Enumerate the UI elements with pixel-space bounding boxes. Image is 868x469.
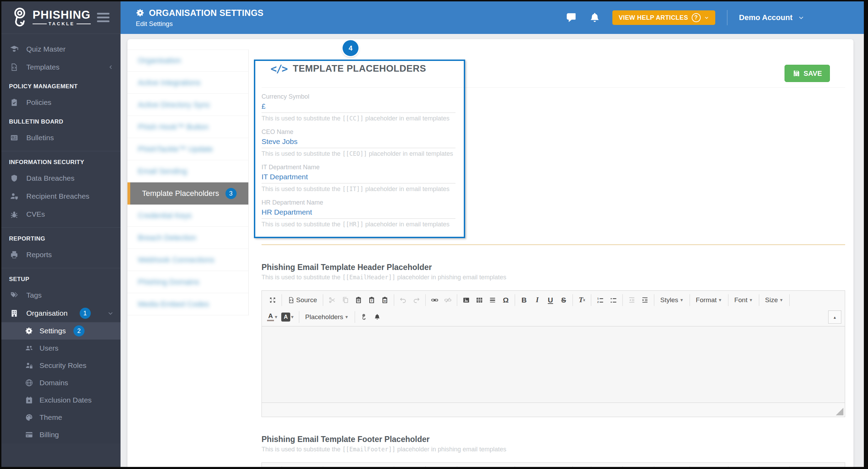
redo-icon[interactable] [410,294,423,306]
paste-as-text-icon[interactable]: T [365,294,378,306]
chat-icon[interactable] [565,12,577,24]
field-value[interactable]: IT Department [262,172,455,183]
field-value[interactable]: £ [262,101,455,113]
sidebar-item-recipient-breaches[interactable]: Recipient Breaches [1,187,121,205]
font-dropdown[interactable]: Font▼ [731,294,756,306]
account-menu[interactable]: Demo Account [739,13,804,22]
bell-icon[interactable] [589,12,601,24]
sidebar-item-billing[interactable]: Billing [1,426,121,443]
settings-nav-item[interactable]: Phish Hook™ Button [127,116,248,138]
table-icon[interactable] [473,294,486,306]
italic-icon[interactable]: I [531,294,543,306]
increase-indent-icon[interactable] [639,294,651,306]
view-help-articles-button[interactable]: VIEW HELP ARTICLES ? [612,10,715,25]
placeholders-dropdown[interactable]: Placeholders▼ [302,311,352,323]
image-icon[interactable] [460,294,472,306]
italic-icon[interactable]: I [531,466,543,467]
settings-nav-item[interactable]: Active Directory Sync [127,94,248,116]
resize-handle-icon[interactable] [836,408,843,415]
remove-format-icon[interactable]: Tx [576,466,588,467]
special-character-icon[interactable]: Ω [499,466,512,467]
link-icon[interactable] [428,294,441,306]
bold-icon[interactable]: B [518,466,530,467]
remove-format-icon[interactable]: Tx [576,294,588,306]
decrease-indent-icon[interactable] [626,294,638,306]
sidebar-item-settings[interactable]: Settings 2 [1,322,121,340]
sidebar-item-cves[interactable]: CVEs [1,205,121,223]
settings-nav-item[interactable]: PhishTackle™ Update [127,138,248,160]
settings-nav-item[interactable]: Breach Detection [127,227,248,249]
save-button[interactable]: SAVE [785,65,830,82]
sidebar-item-tags[interactable]: Tags [1,286,121,304]
sidebar-item-theme[interactable]: Theme [1,409,121,426]
paste-as-text-icon[interactable]: T [365,466,378,467]
horizontal-rule-icon[interactable] [486,294,499,306]
copy-icon[interactable] [339,294,352,306]
bold-icon[interactable]: B [518,294,530,306]
app-logo[interactable]: PHISHING TACKLE [10,7,91,28]
field-value[interactable]: Steve Jobs [262,136,455,148]
sidebar-item-data-breaches[interactable]: Data Breaches [1,169,121,187]
field-value[interactable]: HR Department [262,207,455,219]
increase-indent-icon[interactable] [639,466,651,467]
styles-dropdown[interactable]: Styles▼ [657,466,687,467]
settings-nav-item[interactable]: Credential Keys [127,205,248,227]
unlink-icon[interactable] [442,466,454,467]
sidebar-item-domains[interactable]: Domains [1,374,121,391]
maximize-icon[interactable] [266,294,279,306]
size-dropdown[interactable]: Size▼ [762,466,787,467]
maximize-icon[interactable] [266,466,279,467]
paste-from-word-icon[interactable]: W [379,294,391,306]
sidebar-item-security-roles[interactable]: Security Roles [1,357,121,374]
collapse-toolbar-button[interactable]: ▴ [828,310,841,324]
sidebar-item-quiz-master[interactable]: Quiz Master [1,40,121,58]
redo-icon[interactable] [410,466,423,467]
paste-icon[interactable] [352,466,365,467]
settings-nav-item[interactable]: Phishing Domains [127,271,248,293]
settings-nav-item[interactable]: Media Embed Codes [127,293,248,315]
image-icon[interactable] [460,466,472,467]
editor-body[interactable] [262,326,845,403]
format-dropdown[interactable]: Format▼ [692,466,726,467]
phishing-hook-icon[interactable] [358,311,370,323]
bulleted-list-icon[interactable] [607,294,620,306]
sidebar-item-organisation[interactable]: Organisation 1 [1,304,121,322]
settings-nav-item[interactable]: Template Placeholders 3 [127,182,248,205]
hamburger-menu-icon[interactable] [95,11,112,24]
link-icon[interactable] [428,466,441,467]
numbered-list-icon[interactable]: 12 [594,294,606,306]
styles-dropdown[interactable]: Styles▼ [657,294,687,306]
source-button[interactable]: Source [284,294,320,306]
cut-icon[interactable] [326,294,338,306]
sidebar-item-policies[interactable]: Policies [1,93,121,111]
underline-icon[interactable]: U [544,294,557,306]
undo-icon[interactable] [397,466,409,467]
font-dropdown[interactable]: Font▼ [731,466,756,467]
sidebar-item-templates[interactable]: Templates [1,58,121,76]
copy-icon[interactable] [339,466,352,467]
unlink-icon[interactable] [442,294,454,306]
sidebar-item-users[interactable]: Users [1,340,121,357]
sidebar-item-bulletins[interactable]: Bulletins [1,129,121,147]
paste-icon[interactable] [352,294,365,306]
settings-nav-item[interactable]: Email Sending [127,160,248,182]
cut-icon[interactable] [326,466,338,467]
bell-icon[interactable] [371,311,383,323]
bulleted-list-icon[interactable] [607,466,620,467]
format-dropdown[interactable]: Format▼ [692,294,726,306]
background-color-icon[interactable]: A▼ [280,311,296,323]
table-icon[interactable] [473,466,486,467]
source-button[interactable]: Source [284,466,320,467]
strikethrough-icon[interactable]: S [557,466,570,467]
text-color-icon[interactable]: A▼ [266,311,279,323]
sidebar-item-reports[interactable]: Reports [1,246,121,264]
paste-from-word-icon[interactable]: W [379,466,391,467]
settings-nav-item[interactable]: Webhook Connections [127,249,248,271]
underline-icon[interactable]: U [544,466,557,467]
size-dropdown[interactable]: Size▼ [762,294,787,306]
numbered-list-icon[interactable]: 12 [594,466,606,467]
settings-nav-item[interactable]: Active Integrations [127,72,248,94]
decrease-indent-icon[interactable] [626,466,638,467]
sidebar-item-exclusion-dates[interactable]: Exclusion Dates [1,391,121,409]
settings-nav-item[interactable]: Organisation [127,49,248,72]
